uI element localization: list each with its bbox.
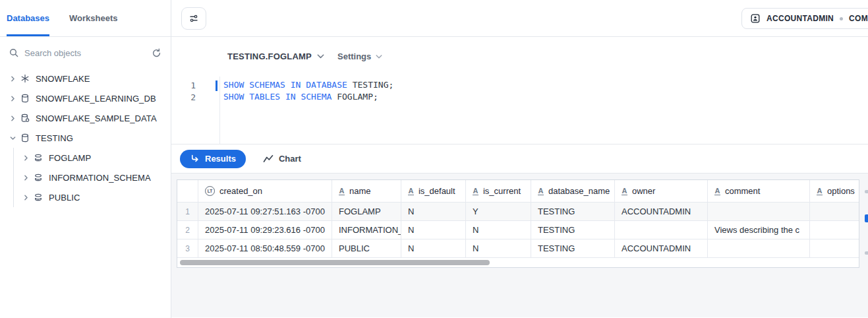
tab-databases[interactable]: Databases — [7, 0, 49, 36]
chevron-right-icon[interactable] — [7, 115, 18, 121]
chevron-down-icon — [376, 55, 382, 59]
cell-database-name[interactable]: TESTING — [531, 203, 615, 220]
horizontal-scrollbar-track[interactable] — [177, 258, 859, 267]
cell-comment[interactable] — [708, 203, 810, 220]
worksheet-options-button[interactable] — [181, 7, 206, 30]
tree-item-label: INFORMATION_SCHEMA — [49, 173, 151, 183]
database-tree: SNOWFLAKE SNOWFLAKE_LEARNING_DB SNOWFLAK… — [0, 69, 171, 207]
table-row[interactable]: 2 2025-07-11 09:29:23.616 -0700 INFORMAT… — [177, 221, 859, 239]
cell-created-on[interactable]: 2025-07-11 08:50:48.559 -0700 — [198, 239, 332, 257]
cell-options[interactable] — [810, 239, 859, 257]
top-toolbar: ACCOUNTADMIN COMP — [171, 0, 868, 37]
refresh-icon[interactable] — [152, 48, 161, 58]
cell-is-current[interactable]: N — [466, 221, 531, 239]
sql-keywords: SHOW TABLES IN SCHEMA — [223, 92, 332, 102]
tab-worksheets[interactable]: Worksheets — [69, 0, 117, 36]
session-context-button[interactable]: ACCOUNTADMIN COMP — [741, 8, 868, 29]
chevron-right-icon[interactable] — [20, 155, 32, 161]
column-label: name — [349, 186, 371, 196]
tree-item-label: PUBLIC — [49, 193, 80, 203]
column-header-is-current[interactable]: A is_current — [466, 180, 531, 202]
cell-options[interactable] — [810, 203, 859, 220]
clipped-panel-icon — [865, 190, 868, 193]
tree-item-information-schema[interactable]: INFORMATION_SCHEMA — [0, 168, 171, 187]
cell-comment[interactable]: Views describing the c — [708, 221, 810, 239]
sql-keywords: SHOW SCHEMAS IN DATABASE — [223, 80, 347, 90]
tree-item-snowflake-learning-db[interactable]: SNOWFLAKE_LEARNING_DB — [0, 88, 171, 108]
tree-item-testing[interactable]: TESTING — [0, 128, 171, 148]
table-row[interactable]: 1 2025-07-11 09:27:51.163 -0700 FOGLAMP … — [177, 203, 859, 221]
column-label: options — [827, 186, 855, 196]
chevron-right-icon[interactable] — [7, 96, 18, 102]
cell-is-default[interactable]: N — [401, 203, 466, 220]
text-type-icon: A — [622, 187, 627, 195]
schema-context-label: TESTING.FOGLAMP — [227, 51, 312, 61]
row-number: 2 — [177, 221, 198, 239]
database-icon — [18, 94, 32, 103]
column-label: owner — [632, 186, 655, 196]
cell-database-name[interactable]: TESTING — [531, 221, 615, 239]
column-header-created-on[interactable]: LT created_on — [198, 180, 332, 202]
table-header-row: LT created_on A name A is_default A is_c… — [177, 180, 859, 203]
row-number-header — [177, 180, 198, 202]
line-number: 1 — [171, 80, 196, 90]
cell-owner[interactable]: ACCOUNTADMIN — [615, 203, 708, 220]
column-header-options[interactable]: A options — [810, 180, 859, 202]
tree-item-label: TESTING — [36, 133, 73, 143]
chevron-right-icon[interactable] — [20, 195, 32, 201]
table-row[interactable]: 3 2025-07-11 08:50:48.559 -0700 PUBLIC N… — [177, 239, 859, 258]
editor-cursor-line-indicator — [216, 80, 217, 91]
column-label: created_on — [219, 186, 262, 196]
horizontal-scrollbar-thumb[interactable] — [180, 260, 490, 265]
snowflake-icon — [18, 74, 32, 83]
cell-name[interactable]: FOGLAMP — [332, 203, 401, 220]
sql-code-line[interactable]: SHOW TABLES IN SCHEMA FOGLAMP; — [223, 92, 378, 102]
cell-comment[interactable] — [708, 239, 810, 257]
column-label: comment — [725, 186, 760, 196]
column-header-name[interactable]: A name — [332, 180, 401, 202]
role-name: ACCOUNTADMIN — [767, 14, 834, 23]
chevron-down-icon[interactable] — [7, 135, 18, 141]
cell-created-on[interactable]: 2025-07-11 09:29:23.616 -0700 — [198, 221, 332, 239]
search-placeholder: Search objects — [24, 48, 81, 58]
cell-is-default[interactable]: N — [401, 239, 466, 257]
main-area: ACCOUNTADMIN COMP TESTING.FOGLAMP Settin… — [171, 0, 868, 318]
search-objects-input[interactable]: Search objects — [0, 38, 171, 67]
tree-item-public[interactable]: PUBLIC — [0, 187, 171, 207]
column-header-database-name[interactable]: A database_name — [531, 180, 615, 202]
tab-chart[interactable]: Chart — [263, 154, 301, 164]
tab-results[interactable]: Results — [180, 150, 246, 168]
settings-dropdown[interactable]: Settings — [337, 51, 382, 61]
tree-item-label: SNOWFLAKE_SAMPLE_DATA — [36, 113, 157, 123]
cell-is-current[interactable]: N — [466, 239, 531, 257]
tree-item-snowflake-sample-data[interactable]: SNOWFLAKE_SAMPLE_DATA — [0, 108, 171, 128]
cell-is-current[interactable]: Y — [466, 203, 531, 220]
sql-editor-section: TESTING.FOGLAMP Settings 1 2 SHOW SCHEMA… — [171, 37, 868, 144]
tab-worksheets-label: Worksheets — [69, 13, 117, 23]
cell-owner[interactable]: ACCOUNTADMIN — [615, 239, 708, 257]
tree-item-foglamp[interactable]: FOGLAMP — [0, 148, 171, 168]
column-header-is-default[interactable]: A is_default — [401, 180, 466, 202]
tree-item-label: FOGLAMP — [49, 153, 91, 163]
tree-item-snowflake[interactable]: SNOWFLAKE — [0, 69, 171, 88]
sql-identifier: FOGLAMP; — [332, 92, 378, 102]
cell-name[interactable]: INFORMATION_SCHEMA — [332, 221, 401, 239]
chevron-right-icon[interactable] — [7, 76, 18, 82]
column-header-comment[interactable]: A comment — [708, 180, 810, 202]
sidebar-tab-bar: Databases Worksheets — [0, 0, 171, 37]
chevron-right-icon[interactable] — [20, 175, 32, 181]
sql-code-line[interactable]: SHOW SCHEMAS IN DATABASE TESTING; — [223, 80, 393, 90]
column-header-owner[interactable]: A owner — [615, 180, 708, 202]
cell-database-name[interactable]: TESTING — [531, 239, 615, 257]
cell-options[interactable] — [810, 221, 859, 239]
tab-chart-label: Chart — [279, 154, 301, 164]
timestamp-ltz-type-icon: LT — [205, 186, 215, 196]
sql-identifier: TESTING; — [347, 80, 393, 90]
cell-name[interactable]: PUBLIC — [332, 239, 401, 257]
schema-context-selector[interactable]: TESTING.FOGLAMP — [227, 51, 324, 61]
schema-icon — [32, 153, 45, 162]
cell-owner[interactable] — [615, 221, 708, 239]
cell-created-on[interactable]: 2025-07-11 09:27:51.163 -0700 — [198, 203, 332, 220]
cell-is-default[interactable]: N — [401, 221, 466, 239]
separator-dot — [840, 17, 843, 20]
